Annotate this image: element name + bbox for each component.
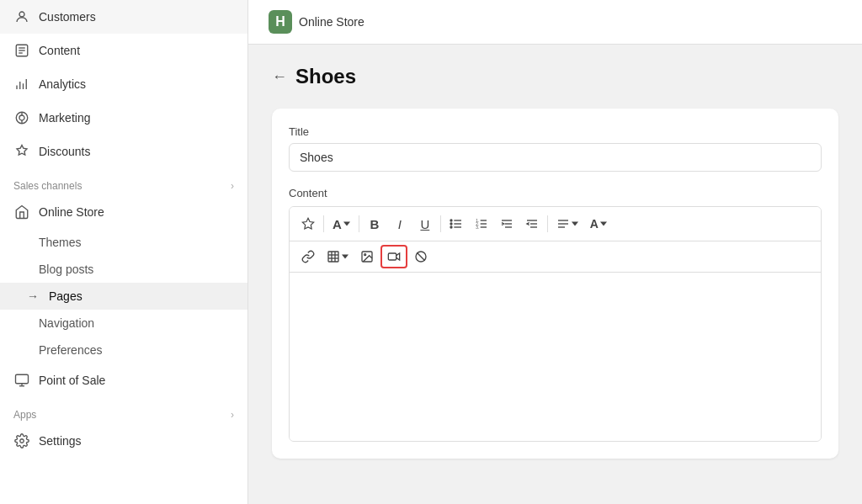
outdent-btn[interactable] xyxy=(520,212,544,236)
settings-label: Settings xyxy=(39,434,82,448)
sidebar-item-discounts-label: Discounts xyxy=(39,145,90,158)
bold-btn[interactable]: B xyxy=(363,212,386,236)
svg-line-48 xyxy=(417,252,424,260)
svg-point-22 xyxy=(450,223,452,225)
sidebar: Customers Content Analytics Marketing xyxy=(0,0,248,504)
svg-marker-17 xyxy=(302,218,313,229)
magic-btn[interactable] xyxy=(296,212,320,236)
pages-label: Pages xyxy=(49,289,82,303)
settings-icon xyxy=(13,432,30,449)
ordered-list-btn[interactable]: 1. 2. 3. xyxy=(470,212,493,236)
svg-point-16 xyxy=(20,439,24,443)
sidebar-item-marketing-label: Marketing xyxy=(39,111,90,125)
svg-rect-46 xyxy=(388,253,396,260)
pages-arrow-icon: → xyxy=(27,289,39,303)
sidebar-item-marketing[interactable]: Marketing xyxy=(0,101,247,135)
sep2 xyxy=(359,215,359,232)
page-content-area: ← Shoes Title Content A xyxy=(248,45,862,504)
navigation-label: Navigation xyxy=(39,316,94,330)
content-icon xyxy=(13,42,30,59)
discounts-icon xyxy=(13,143,30,160)
svg-text:3.: 3. xyxy=(476,225,479,230)
apps-label: Apps xyxy=(13,409,36,421)
sidebar-sub-blog-posts[interactable]: Blog posts xyxy=(0,256,247,283)
sep1 xyxy=(323,215,324,232)
analytics-icon xyxy=(13,76,30,93)
main-content: H Online Store ← Shoes Title Content xyxy=(248,0,862,504)
table-btn[interactable] xyxy=(322,245,354,268)
font-family-btn[interactable]: A xyxy=(327,212,355,236)
apps-chevron: › xyxy=(231,409,234,421)
sep4 xyxy=(547,215,548,232)
underline-btn[interactable]: U xyxy=(413,212,437,236)
sidebar-item-analytics[interactable]: Analytics xyxy=(0,67,247,101)
sidebar-item-content[interactable]: Content xyxy=(0,34,247,67)
image-btn[interactable] xyxy=(355,245,379,268)
toolbar-row-1: A B I U xyxy=(290,207,821,241)
sales-channels-chevron: › xyxy=(231,180,234,192)
title-field-label: Title xyxy=(289,125,822,138)
content-card: Title Content A B I xyxy=(272,109,838,459)
person-icon xyxy=(13,8,30,25)
svg-point-10 xyxy=(19,115,24,120)
clear-format-btn[interactable] xyxy=(409,245,433,268)
sales-channels-section: Sales channels › xyxy=(0,168,247,195)
top-bar: H Online Store xyxy=(248,0,862,45)
link-btn[interactable] xyxy=(296,245,320,268)
sidebar-item-point-of-sale[interactable]: Point of Sale xyxy=(0,363,247,397)
pos-icon xyxy=(13,372,30,389)
sidebar-sub-preferences[interactable]: Preferences xyxy=(0,337,247,363)
svg-point-23 xyxy=(450,226,452,228)
align-btn[interactable] xyxy=(551,212,583,236)
svg-point-21 xyxy=(450,220,452,221)
sidebar-item-settings[interactable]: Settings xyxy=(0,424,247,458)
page-title: Shoes xyxy=(295,65,356,88)
italic-btn[interactable]: I xyxy=(388,212,412,236)
sidebar-item-customers-label: Customers xyxy=(39,10,96,24)
unordered-list-btn[interactable] xyxy=(444,212,468,236)
indent-btn[interactable] xyxy=(495,212,519,236)
title-input[interactable] xyxy=(289,143,822,172)
sep3 xyxy=(440,215,441,232)
video-btn[interactable] xyxy=(380,245,407,268)
sidebar-item-customers[interactable]: Customers xyxy=(0,0,247,34)
themes-label: Themes xyxy=(39,236,82,249)
toolbar-row-2 xyxy=(290,241,821,273)
svg-point-45 xyxy=(364,254,366,256)
editor-body[interactable] xyxy=(290,273,821,441)
blog-posts-label: Blog posts xyxy=(39,263,93,276)
content-field-label: Content xyxy=(289,187,822,199)
preferences-label: Preferences xyxy=(39,343,102,357)
pos-label: Point of Sale xyxy=(39,374,105,387)
sidebar-item-analytics-label: Analytics xyxy=(39,77,86,91)
back-arrow-icon[interactable]: ← xyxy=(272,68,287,86)
svg-rect-39 xyxy=(328,252,338,262)
online-store-icon xyxy=(13,204,30,220)
svg-rect-13 xyxy=(16,374,29,384)
store-icon: H xyxy=(269,10,292,34)
sidebar-online-store-label: Online Store xyxy=(39,205,104,219)
sidebar-item-discounts[interactable]: Discounts xyxy=(0,135,247,168)
rich-text-editor: A B I U xyxy=(289,206,822,442)
page-header: ← Shoes xyxy=(272,65,838,88)
marketing-icon xyxy=(13,109,30,126)
sidebar-sub-pages[interactable]: → Pages xyxy=(0,283,247,310)
store-name: Online Store xyxy=(299,15,364,29)
sidebar-item-content-label: Content xyxy=(39,44,80,57)
sales-channels-label: Sales channels xyxy=(13,180,82,192)
apps-section: Apps › xyxy=(0,397,247,424)
svg-point-0 xyxy=(19,12,24,17)
sidebar-sub-themes[interactable]: Themes xyxy=(0,229,247,256)
sidebar-item-online-store[interactable]: Online Store xyxy=(0,195,247,229)
sidebar-sub-navigation[interactable]: Navigation xyxy=(0,310,247,337)
text-color-btn[interactable]: A xyxy=(585,212,612,236)
